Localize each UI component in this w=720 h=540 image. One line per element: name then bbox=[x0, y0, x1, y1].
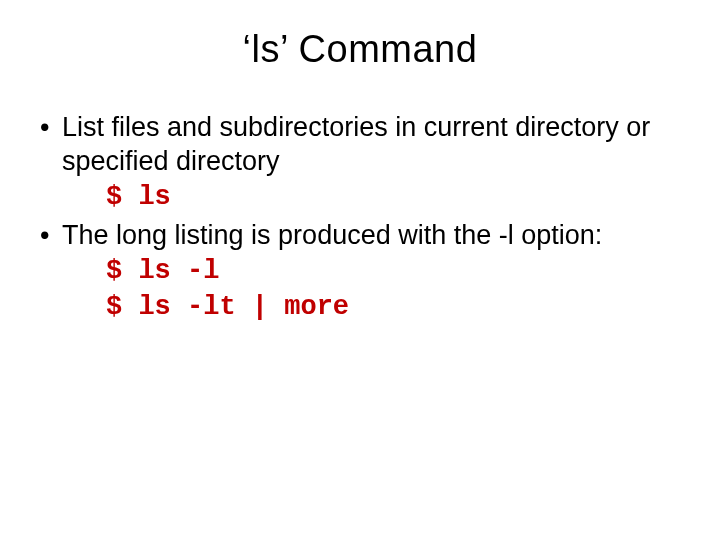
slide: ‘ls’ Command List files and subdirectori… bbox=[0, 0, 720, 540]
bullet-text: The long listing is produced with the -l… bbox=[62, 220, 602, 250]
bullet-text: List files and subdirectories in current… bbox=[62, 112, 650, 176]
code-line: $ ls bbox=[106, 179, 680, 215]
bullet-item: The long listing is produced with the -l… bbox=[62, 219, 680, 326]
bullet-item: List files and subdirectories in current… bbox=[62, 111, 680, 215]
code-line: $ ls -lt | more bbox=[106, 289, 680, 325]
code-line: $ ls -l bbox=[106, 253, 680, 289]
slide-title: ‘ls’ Command bbox=[40, 28, 680, 71]
bullet-list: List files and subdirectories in current… bbox=[40, 111, 680, 326]
